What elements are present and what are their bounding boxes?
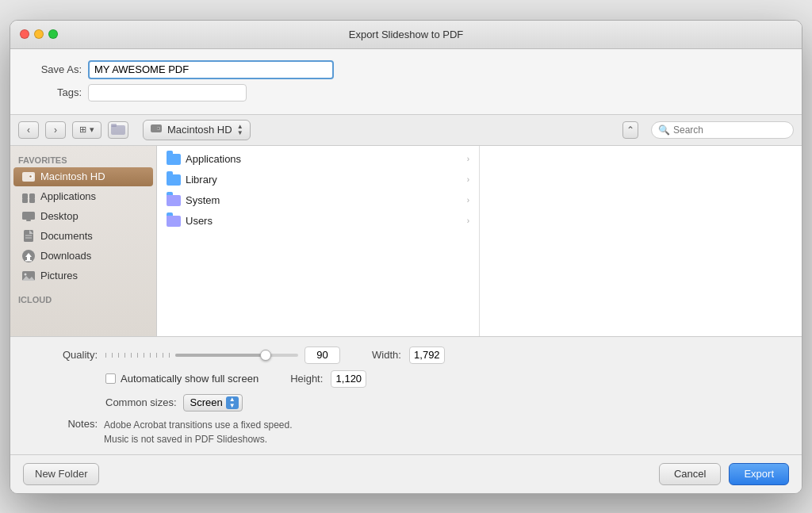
icloud-label: iCloud [10,292,156,306]
search-icon: 🔍 [658,124,670,136]
location-dropdown[interactable]: Macintosh HD ▲ ▼ [143,120,251,140]
notes-row: Notes: Adobe Acrobat transitions use a f… [26,418,786,446]
checkbox-row: Automatically show full screen [105,373,259,385]
search-box[interactable]: 🔍 [651,121,794,139]
list-item[interactable]: Applications › [157,149,479,170]
sidebar-item-applications[interactable]: Applications [13,187,153,206]
applications-sidebar-icon [21,190,36,204]
sidebar-item-documents[interactable]: Documents [13,227,153,246]
new-folder-button[interactable]: New Folder [23,463,99,485]
tags-label: Tags: [26,86,82,98]
export-button[interactable]: Export [729,463,789,485]
quality-input[interactable] [304,346,340,364]
save-as-input[interactable] [88,60,334,79]
quality-label: Quality: [26,349,98,361]
height-input[interactable] [331,370,366,388]
list-item[interactable]: Users › [157,211,479,232]
file-name-library: Library [186,174,462,186]
file-name-users: Users [186,215,462,227]
favorites-label: Favorites [10,152,156,167]
tags-row: Tags: [26,84,786,101]
fullscreen-row: Automatically show full screen Height: [26,370,786,388]
sidebar-macintosh-hd-label: Macintosh HD [40,170,105,182]
notes-label: Notes: [26,418,98,446]
titlebar: Export Slideshow to PDF [10,21,802,49]
sidebar-item-pictures[interactable]: Pictures [13,266,153,285]
height-label: Height: [290,373,323,385]
svg-rect-13 [26,220,31,221]
expand-button[interactable]: ⌃ [622,121,638,139]
svg-point-4 [158,128,159,129]
chevron-right-icon: › [467,216,469,225]
file-name-applications: Applications [186,153,462,165]
view-grid-icon: ⊞ [79,124,86,135]
quality-slider-container [105,346,340,364]
slider-ticks [105,349,298,362]
folder-library-icon [167,173,181,187]
toolbar: ‹ › ⊞ ▾ Macintosh HD [10,115,802,146]
svg-rect-9 [29,193,35,199]
sidebar: Favorites Macintosh HD [10,146,157,336]
svg-rect-1 [111,124,117,127]
back-button[interactable]: ‹ [18,121,39,139]
svg-point-23 [25,273,27,275]
hd-icon [150,122,163,137]
notes-content: Adobe Acrobat transitions use a fixed sp… [104,418,293,446]
svg-rect-11 [29,198,35,203]
forward-button[interactable]: › [45,121,66,139]
folder-system-icon [167,193,181,208]
width-label: Width: [372,349,401,361]
tags-input[interactable] [88,84,247,101]
svg-rect-20 [27,257,30,260]
footer-right: Cancel Export [659,463,789,485]
sidebar-item-macintosh-hd[interactable]: Macintosh HD [13,167,153,186]
sidebar-documents-label: Documents [40,230,93,242]
search-input[interactable] [673,124,784,136]
list-item[interactable]: System › [157,190,479,211]
dialog-window: Export Slideshow to PDF Save As: Tags: ‹… [10,20,802,494]
pictures-sidebar-icon [21,269,36,283]
common-sizes-value: Screen [190,396,223,408]
file-list: Applications › Library › System › [157,146,480,336]
sidebar-item-desktop[interactable]: Desktop [13,207,153,226]
notes-line1: Adobe Acrobat transitions use a fixed sp… [104,418,293,432]
chevron-right-icon: › [467,196,469,205]
svg-rect-12 [22,212,35,220]
folder-users-icon [167,214,181,228]
options-area: Quality: Width: [10,336,802,454]
svg-rect-8 [22,193,28,199]
select-arrows-icon: ▲ ▼ [226,396,239,409]
auto-fullscreen-checkbox[interactable] [105,373,116,384]
cancel-button[interactable]: Cancel [659,463,721,485]
auto-fullscreen-label: Automatically show full screen [121,373,259,385]
right-panel [480,146,802,336]
width-input[interactable] [409,346,445,364]
svg-point-7 [29,175,31,177]
common-sizes-row: Common sizes: Screen ▲ ▼ [26,394,786,412]
sidebar-downloads-label: Downloads [40,250,91,262]
new-folder-quick-button[interactable] [108,121,128,139]
notes-line2: Music is not saved in PDF Slideshows. [104,432,293,446]
chevron-down-icon: ▾ [90,124,94,135]
minimize-button[interactable] [34,29,44,39]
common-sizes-select[interactable]: Screen ▲ ▼ [183,394,243,412]
window-title: Export Slideshow to PDF [349,29,464,40]
chevron-right-icon: › [467,175,469,184]
downloads-sidebar-icon [21,249,36,263]
form-area: Save As: Tags: [10,49,802,115]
folder-applications-icon [167,152,181,167]
list-item[interactable]: Library › [157,170,479,190]
file-name-system: System [186,194,462,206]
footer: New Folder Cancel Export [10,454,802,493]
chevron-up-icon: ⌃ [626,124,634,136]
view-button[interactable]: ⊞ ▾ [72,121,102,139]
svg-rect-10 [22,198,28,203]
close-button[interactable] [20,29,29,39]
maximize-button[interactable] [48,29,58,39]
chevron-right-icon: › [467,155,469,163]
svg-rect-21 [25,260,32,262]
common-sizes-label: Common sizes: [105,396,177,408]
sidebar-item-downloads[interactable]: Downloads [13,247,153,266]
traffic-lights [20,29,58,39]
documents-sidebar-icon [21,229,36,243]
